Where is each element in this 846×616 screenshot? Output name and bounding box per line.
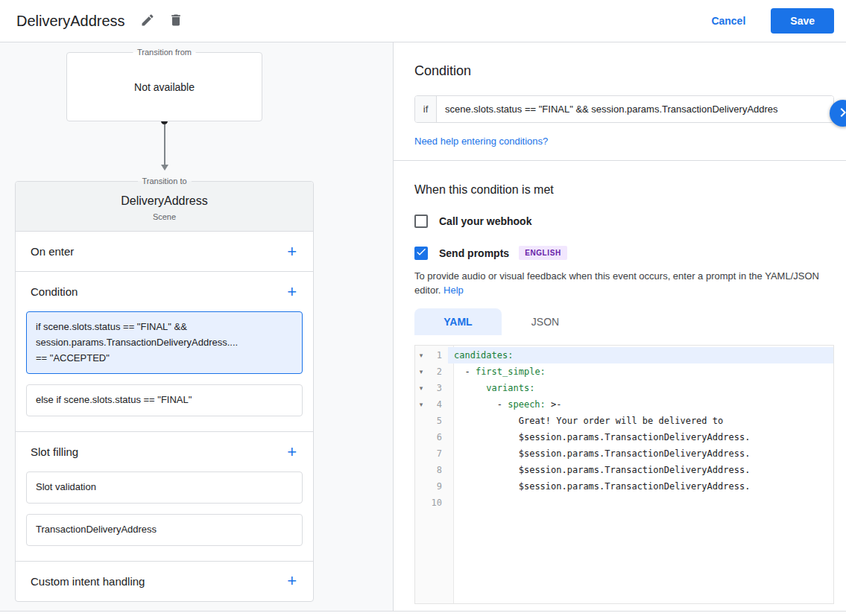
editor-line: 6 $session.params.TransactionDeliveryAdd…	[415, 429, 833, 445]
conditions-help-link[interactable]: Need help entering conditions?	[414, 136, 548, 147]
description-text: To provide audio or visual feedback when…	[414, 270, 819, 296]
code-line[interactable]: $session.params.TransactionDeliveryAddre…	[448, 478, 833, 495]
editor-line: ▾ 3 variants:	[415, 380, 833, 396]
webhook-row: Call your webhook	[414, 215, 834, 228]
page-title: DeliveryAddress	[16, 13, 125, 30]
when-met-heading: When this condition is met	[414, 183, 834, 197]
line-number: 7	[427, 448, 448, 459]
condition-text: if scene.slots.status == "FINAL" &&	[36, 320, 293, 335]
fold-toggle-icon[interactable]: ▾	[415, 352, 427, 359]
connector-line	[164, 124, 165, 165]
send-prompts-row: Send prompts ENGLISH	[414, 246, 834, 260]
code-line[interactable]: Great! Your order will be delivered to	[448, 413, 833, 429]
slot-list: Slot validation TransactionDeliveryAddre…	[16, 471, 313, 561]
section-on-enter[interactable]: On enter +	[16, 232, 313, 271]
code-line[interactable]: $session.params.TransactionDeliveryAddre…	[448, 429, 833, 445]
condition-list: if scene.slots.status == "FINAL" && sess…	[16, 311, 313, 431]
line-number: 6	[427, 432, 448, 442]
editor-line: ▾ 1 candidates:	[415, 347, 833, 363]
code-line[interactable]: $session.params.TransactionDeliveryAddre…	[448, 445, 833, 462]
line-number: 5	[427, 416, 448, 426]
code-line[interactable]: $session.params.TransactionDeliveryAddre…	[448, 462, 833, 478]
slot-item[interactable]: Slot validation	[26, 471, 303, 504]
send-prompts-label[interactable]: Send prompts	[439, 247, 509, 259]
slot-text: Slot validation	[36, 480, 293, 495]
send-prompts-checkbox[interactable]	[414, 247, 428, 260]
webhook-label[interactable]: Call your webhook	[439, 215, 531, 227]
scene-flow-panel: Transition from Not available Transition…	[0, 42, 394, 616]
slot-item[interactable]: TransactionDeliveryAddress	[26, 514, 303, 546]
condition-item[interactable]: else if scene.slots.status == "FINAL"	[26, 384, 303, 416]
scene-card-header: DeliveryAddress Scene	[16, 182, 313, 232]
line-number: 1	[427, 350, 448, 361]
editor-tabs: YAML JSON	[414, 308, 834, 335]
chevron-right-icon	[834, 104, 846, 124]
help-link[interactable]: Help	[443, 285, 464, 296]
transition-from-box: Transition from Not available	[66, 52, 262, 121]
cancel-button[interactable]: Cancel	[707, 14, 750, 28]
condition-input-group: if	[414, 95, 834, 123]
app-header: DeliveryAddress Cancel Save	[0, 0, 846, 42]
editor-line: ▾ 4 - speech: >-	[415, 396, 833, 413]
section-label: Custom intent handling	[31, 575, 145, 588]
scene-subtitle: Scene	[16, 212, 313, 221]
collapse-panel-button[interactable]	[830, 100, 846, 127]
code-line[interactable]: - speech: >-	[448, 396, 833, 413]
tab-yaml[interactable]: YAML	[414, 308, 502, 335]
fold-toggle-icon[interactable]: ▾	[415, 401, 427, 408]
line-number: 3	[427, 383, 448, 393]
trash-icon	[168, 13, 183, 30]
add-icon[interactable]: +	[287, 446, 297, 458]
condition-text: session.params.TransactionDeliveryAddres…	[36, 335, 293, 351]
code-line[interactable]: variants:	[448, 380, 833, 396]
line-number: 4	[427, 399, 448, 410]
editor-line: 10	[415, 495, 833, 511]
panel-heading: Condition	[414, 63, 834, 79]
slot-text: TransactionDeliveryAddress	[36, 522, 293, 538]
editor-line: ▾ 2 - first_simple:	[415, 363, 833, 380]
check-icon	[415, 246, 427, 261]
line-number: 2	[427, 366, 448, 377]
horizontal-scrollbar-track[interactable]	[0, 611, 846, 616]
webhook-checkbox[interactable]	[414, 215, 428, 228]
add-icon[interactable]: +	[287, 246, 297, 258]
code-line[interactable]	[448, 495, 833, 511]
condition-text: else if scene.slots.status == "FINAL"	[36, 393, 293, 408]
condition-detail-panel: Condition if Need help entering conditio…	[394, 42, 846, 616]
code-line[interactable]: - first_simple:	[448, 363, 833, 380]
add-icon[interactable]: +	[287, 286, 297, 298]
section-condition[interactable]: Condition +	[16, 271, 313, 311]
section-label: Condition	[31, 285, 78, 298]
delete-scene-button[interactable]	[164, 8, 188, 34]
condition-text: == "ACCEPTED"	[36, 351, 293, 366]
line-number: 9	[427, 481, 448, 492]
edit-title-button[interactable]	[136, 8, 160, 34]
fold-toggle-icon[interactable]: ▾	[415, 368, 427, 375]
add-icon[interactable]: +	[287, 575, 297, 587]
section-label: On enter	[31, 245, 74, 258]
pencil-icon	[140, 13, 155, 30]
editor-line: 5 Great! Your order will be delivered to	[415, 413, 833, 429]
section-slot-filling[interactable]: Slot filling +	[16, 431, 313, 471]
editor-line: 9 $session.params.TransactionDeliveryAdd…	[415, 478, 833, 495]
fold-toggle-icon[interactable]: ▾	[415, 384, 427, 392]
line-number: 10	[427, 498, 448, 508]
line-number: 8	[427, 465, 448, 475]
prompt-description: To provide audio or visual feedback when…	[414, 270, 834, 298]
section-custom-intent[interactable]: Custom intent handling +	[16, 561, 313, 601]
scene-card: Transition to DeliveryAddress Scene On e…	[15, 181, 314, 602]
if-prefix-label: if	[415, 96, 437, 122]
tab-json[interactable]: JSON	[502, 308, 589, 335]
flow-connector	[15, 118, 314, 171]
editor-line: 7 $session.params.TransactionDeliveryAdd…	[415, 445, 833, 462]
save-button[interactable]: Save	[771, 8, 834, 34]
transition-from-value: Not available	[134, 81, 195, 93]
code-line[interactable]: candidates:	[448, 347, 833, 363]
transition-to-label: Transition to	[137, 177, 191, 185]
yaml-editor[interactable]: ▾ 1 candidates: ▾ 2 - first_simple: ▾ 3 …	[414, 345, 834, 604]
scene-title: DeliveryAddress	[16, 194, 313, 208]
condition-item-selected[interactable]: if scene.slots.status == "FINAL" && sess…	[26, 311, 303, 374]
condition-input[interactable]	[437, 96, 833, 122]
editor-line: 8 $session.params.TransactionDeliveryAdd…	[415, 462, 833, 478]
language-badge: ENGLISH	[519, 246, 567, 260]
